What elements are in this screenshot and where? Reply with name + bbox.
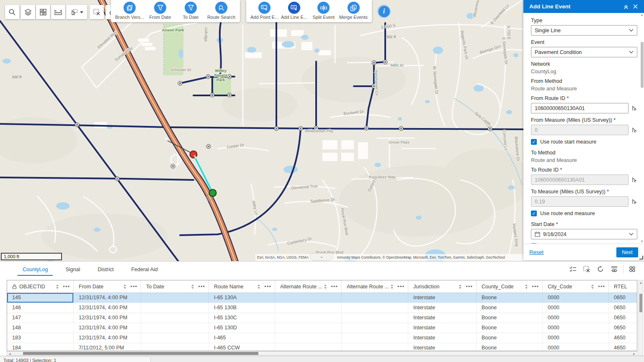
column-menu-icon[interactable]: •••	[198, 283, 205, 290]
show-hide-columns-button[interactable]	[608, 263, 620, 275]
clear-selection-button[interactable]	[581, 263, 592, 275]
cell-jurisdiction[interactable]: Interstate	[408, 293, 477, 303]
cell-jurisdiction[interactable]: Interstate	[408, 343, 477, 351]
cell-route_name[interactable]: I-65 130B	[209, 303, 275, 313]
cell-objectid[interactable]: 147	[7, 313, 74, 323]
cell-jurisdiction[interactable]: Interstate	[408, 333, 477, 343]
cell-objectid[interactable]: 183	[7, 333, 74, 343]
type-select[interactable]: Single Line	[531, 25, 637, 36]
cell-to_date[interactable]	[141, 333, 209, 343]
cell-route_name[interactable]: I-65 130C	[209, 313, 275, 323]
cell-alt_route_1[interactable]	[275, 313, 342, 323]
cell-alt_route_1[interactable]	[275, 323, 342, 333]
table-row[interactable]: 14712/31/1974, 4:00 PMI-65 130CInterstat…	[7, 313, 637, 323]
cell-county_code[interactable]: Boone	[477, 293, 543, 303]
cell-city_code[interactable]: 0000	[543, 293, 609, 303]
close-panel-icon[interactable]	[631, 2, 640, 11]
select-tool-button[interactable]	[66, 5, 87, 19]
collapse-panel-icon[interactable]	[621, 2, 631, 11]
cell-county_code[interactable]: Boone	[477, 333, 543, 343]
table-horizontal-scrollbar[interactable]: ◄ ►	[7, 351, 637, 356]
cell-alt_route_2[interactable]	[342, 343, 408, 351]
cell-alt_route_1[interactable]	[275, 293, 342, 303]
cell-alt_route_2[interactable]	[342, 303, 408, 313]
column-menu-icon[interactable]: •••	[532, 283, 539, 290]
cell-alt_route_2[interactable]	[342, 323, 408, 333]
event-select[interactable]: Pavement Condition	[531, 47, 637, 57]
cell-jurisdiction[interactable]: Interstate	[408, 323, 477, 333]
cell-city_code[interactable]: 0000	[543, 343, 609, 351]
cell-rtel[interactable]: 0650	[609, 323, 637, 333]
sort-icon[interactable]	[324, 284, 327, 289]
tool-split-event[interactable]: Split Event	[310, 2, 337, 20]
column-header-objectid[interactable]: OBJECTID•••	[7, 280, 74, 293]
cell-alt_route_2[interactable]	[342, 313, 408, 323]
cell-from_date[interactable]: 12/31/1974, 4:00 PM	[74, 313, 141, 323]
column-header-city_code[interactable]: City_Code•••	[543, 280, 609, 293]
pick-route-on-map-icon[interactable]	[631, 105, 637, 111]
tool-add-line-e[interactable]: Add Line E...	[280, 2, 308, 20]
tab-countylog[interactable]: CountyLog	[17, 263, 54, 276]
layers-button[interactable]	[21, 5, 35, 19]
panel-scrollbar[interactable]: ▲ ▼	[641, 14, 644, 242]
from-route-id-input[interactable]: 10600000650130A01	[531, 103, 629, 113]
tab-district[interactable]: District	[92, 263, 119, 276]
options-grid-button[interactable]	[626, 263, 638, 275]
tool-merge-events[interactable]: Merge Events	[339, 2, 368, 20]
collapse-table-chevron[interactable]: ⌄	[310, 253, 333, 261]
selected-records-button[interactable]	[567, 263, 579, 275]
cell-route_name[interactable]: I-65 130A	[209, 293, 275, 303]
cell-to_date[interactable]	[141, 293, 209, 303]
column-header-rtel[interactable]: RTEL	[609, 280, 637, 293]
cell-alt_route_1[interactable]	[275, 333, 342, 343]
table-row[interactable]: 14812/31/1974, 4:00 PMI-65 130DInterstat…	[7, 323, 637, 333]
tab-signal[interactable]: Signal	[59, 263, 86, 276]
cell-rtel[interactable]: 0650	[609, 303, 637, 313]
column-header-to_date[interactable]: To Date•••	[141, 280, 209, 293]
cell-from_date[interactable]: 12/31/1974, 4:00 PM	[74, 323, 141, 333]
table-row[interactable]: 1847/11/2012, 5:00 PMI-465 CCWInterstate…	[7, 343, 637, 351]
tool-to-date[interactable]: To Date	[176, 2, 205, 20]
column-menu-icon[interactable]: •••	[63, 283, 70, 290]
search-button[interactable]	[5, 5, 19, 19]
cell-from_date[interactable]: 12/31/1974, 4:00 PM	[74, 333, 141, 343]
cell-rtel[interactable]: 4650	[609, 333, 637, 343]
tool-route-search[interactable]: Route Search	[207, 2, 236, 20]
column-header-county_code[interactable]: County_Code•••	[477, 280, 543, 293]
table-row[interactable]: 14612/31/1974, 4:00 PMI-65 130BInterstat…	[7, 303, 637, 313]
next-button[interactable]: Next	[616, 247, 638, 257]
cell-to_date[interactable]	[141, 303, 209, 313]
sort-icon[interactable]	[191, 284, 194, 289]
cell-from_date[interactable]: 12/31/1974, 4:00 PM	[74, 293, 141, 303]
sort-icon[interactable]	[591, 284, 594, 289]
sort-icon[interactable]	[123, 284, 126, 289]
cell-to_date[interactable]	[141, 323, 209, 333]
sort-icon[interactable]	[257, 284, 260, 289]
cell-alt_route_2[interactable]	[342, 333, 408, 343]
sort-icon[interactable]	[56, 284, 59, 289]
column-menu-icon[interactable]: •••	[264, 283, 271, 290]
column-header-alt_route_2[interactable]: Alternate Route ...•••	[342, 280, 408, 293]
cell-alt_route_2[interactable]	[342, 293, 408, 303]
measure-button[interactable]	[51, 5, 65, 19]
scroll-up-arrow[interactable]: ▲	[639, 281, 642, 285]
scroll-up-arrow[interactable]: ▲	[640, 13, 644, 16]
sort-icon[interactable]	[525, 284, 528, 289]
cell-objectid[interactable]: 148	[7, 323, 74, 333]
cell-rtel[interactable]: 0650	[609, 293, 637, 303]
column-header-alt_route_1[interactable]: Alternate Route ...•••	[275, 280, 342, 293]
refresh-button[interactable]	[595, 263, 606, 275]
cell-county_code[interactable]: Boone	[477, 323, 543, 333]
cell-county_code[interactable]: Boone	[477, 313, 543, 323]
cell-jurisdiction[interactable]: Interstate	[408, 303, 477, 313]
map-view[interactable]: Elevated WaySunset Way930 ft931 ftE 600 …	[0, 0, 523, 264]
table-row[interactable]: 14512/31/1974, 4:00 PMI-65 130AInterstat…	[7, 293, 637, 303]
column-header-route_name[interactable]: Route Name•••	[209, 280, 275, 293]
sort-icon[interactable]	[390, 284, 394, 289]
cell-county_code[interactable]: Boone	[477, 303, 543, 313]
cell-city_code[interactable]: 0000	[543, 303, 609, 313]
cell-to_date[interactable]	[141, 343, 209, 351]
start-date-input[interactable]: 9/16/2024	[531, 229, 637, 239]
column-menu-icon[interactable]: •••	[397, 283, 404, 290]
reset-button[interactable]: Reset	[529, 249, 616, 255]
